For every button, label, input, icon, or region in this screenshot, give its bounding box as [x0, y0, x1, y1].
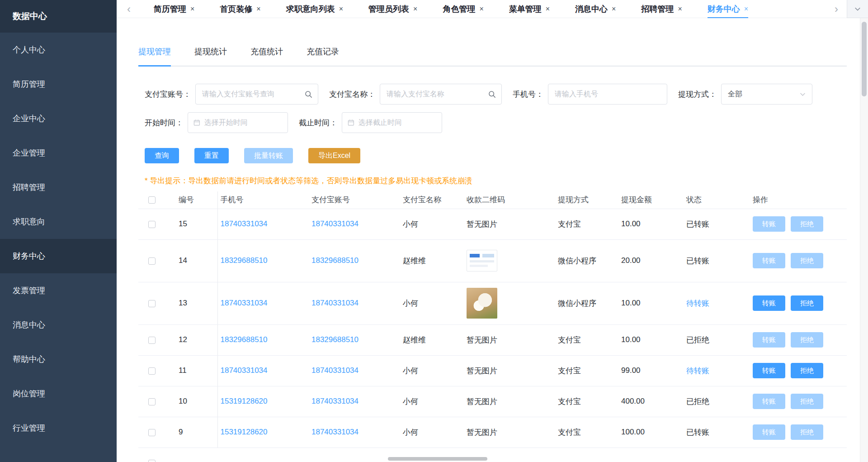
sub-tab[interactable]: 充值统计	[250, 46, 283, 66]
search-icon[interactable]	[305, 90, 312, 98]
phone-link[interactable]: 18740331034	[221, 366, 268, 375]
tab[interactable]: 求职意向列表×	[286, 0, 343, 18]
tab-close-icon[interactable]: ×	[612, 5, 616, 13]
sidebar-item[interactable]: 财务中心	[0, 239, 117, 273]
sub-tab[interactable]: 提现管理	[138, 46, 171, 67]
phone-link[interactable]: 18740331034	[221, 219, 268, 228]
open-tabs: 简历管理×首页装修×求职意向列表×管理员列表×角色管理×菜单管理×消息中心×招聘…	[154, 0, 830, 18]
start-time-input[interactable]	[200, 113, 288, 133]
alipay-account-link[interactable]: 18740331034	[311, 397, 359, 405]
export-excel-button[interactable]: 导出Excel	[308, 148, 360, 163]
table-header-row: 编号手机号支付宝账号支付宝名称收款二维码提现方式提现金额状态操作	[138, 191, 847, 209]
alipay-account-input[interactable]	[196, 84, 318, 104]
reject-button[interactable]: 拒绝	[791, 295, 823, 311]
transfer-button[interactable]: 转账	[753, 363, 785, 378]
row-checkbox[interactable]	[148, 300, 156, 307]
row-checkbox[interactable]	[148, 460, 156, 462]
row-checkbox[interactable]	[148, 257, 156, 265]
vertical-scrollbar[interactable]	[860, 18, 868, 462]
phone-link[interactable]: 18329688510	[221, 335, 268, 344]
qr-image[interactable]	[467, 288, 497, 319]
alipay-account-link[interactable]: 18740331034	[311, 219, 359, 228]
tab-close-icon[interactable]: ×	[479, 5, 483, 13]
column-header: 支付宝账号	[309, 191, 400, 209]
transfer-button[interactable]: 转账	[753, 253, 785, 268]
row-checkbox[interactable]	[148, 398, 156, 405]
row-checkbox[interactable]	[148, 367, 156, 375]
cell-status: 已转账	[684, 239, 750, 282]
batch-transfer-button[interactable]: 批量转账	[244, 148, 293, 163]
tab[interactable]: 简历管理×	[154, 0, 194, 18]
alipay-name-input[interactable]	[380, 84, 501, 104]
tabs-scroll-left-icon[interactable]: ‹	[123, 0, 135, 18]
sidebar-item[interactable]: 企业中心	[0, 101, 117, 136]
cell-id: 11	[176, 355, 217, 386]
tab[interactable]: 首页装修×	[220, 0, 260, 18]
method-select[interactable]: 全部	[721, 84, 812, 105]
cell-phone: 18740331034	[217, 355, 309, 386]
tab[interactable]: 菜单管理×	[509, 0, 550, 18]
tab-close-icon[interactable]: ×	[339, 5, 343, 13]
tab[interactable]: 招聘管理×	[641, 0, 682, 18]
phone-link[interactable]: 15319128620	[221, 397, 268, 405]
search-icon[interactable]	[488, 90, 496, 98]
row-checkbox[interactable]	[148, 429, 156, 436]
cell-alipay-account: 18329688510	[309, 324, 400, 355]
chevron-down-icon	[800, 91, 806, 97]
sidebar-item[interactable]: 求职意向	[0, 205, 117, 239]
alipay-account-link[interactable]: 18740331034	[311, 428, 359, 436]
alipay-account-link[interactable]: 18329688510	[311, 335, 359, 344]
phone-link[interactable]: 15319128620	[221, 428, 268, 436]
sidebar-item[interactable]: 个人中心	[0, 33, 117, 67]
tab-close-icon[interactable]: ×	[413, 5, 417, 13]
sub-tab[interactable]: 提现统计	[194, 46, 227, 66]
sidebar-item[interactable]: 岗位管理	[0, 376, 117, 411]
transfer-button[interactable]: 转账	[753, 295, 785, 311]
tabs-scroll-right-icon[interactable]: ›	[830, 0, 842, 18]
sidebar-item[interactable]: 简历管理	[0, 67, 117, 101]
alipay-account-link[interactable]: 18740331034	[311, 366, 359, 375]
tab-close-icon[interactable]: ×	[744, 5, 748, 13]
tab-close-icon[interactable]: ×	[678, 5, 682, 13]
end-time-input[interactable]	[354, 113, 442, 133]
sidebar-item[interactable]: 消息中心	[0, 308, 117, 342]
transfer-button[interactable]: 转账	[753, 216, 785, 232]
reject-button[interactable]: 拒绝	[791, 363, 823, 378]
tab-close-icon[interactable]: ×	[190, 5, 194, 13]
reject-button[interactable]: 拒绝	[791, 424, 823, 440]
vertical-scrollbar-thumb[interactable]	[862, 22, 867, 96]
qr-image[interactable]	[467, 250, 497, 271]
query-button[interactable]: 查询	[145, 148, 179, 163]
phone-link[interactable]: 18329688510	[221, 256, 268, 265]
reset-button[interactable]: 重置	[194, 148, 229, 163]
cell-alipay-name: 小何	[400, 417, 464, 448]
tab[interactable]: 财务中心×	[708, 0, 748, 18]
sidebar-item[interactable]: 企业管理	[0, 136, 117, 170]
alipay-account-link[interactable]: 18740331034	[311, 299, 359, 307]
reject-button[interactable]: 拒绝	[791, 216, 823, 232]
tab-close-icon[interactable]: ×	[546, 5, 550, 13]
reject-button[interactable]: 拒绝	[791, 332, 823, 348]
phone-link[interactable]: 18740331034	[221, 299, 268, 307]
tab[interactable]: 角色管理×	[443, 0, 483, 18]
row-checkbox[interactable]	[148, 221, 156, 228]
sidebar-item[interactable]: 帮助中心	[0, 342, 117, 376]
tab-list-dropdown-button[interactable]	[847, 0, 868, 18]
transfer-button[interactable]: 转账	[753, 394, 785, 409]
alipay-account-link[interactable]: 18329688510	[311, 256, 359, 265]
sidebar-item[interactable]: 行业管理	[0, 411, 117, 445]
sidebar-item[interactable]: 发票管理	[0, 273, 117, 308]
tab-close-icon[interactable]: ×	[256, 5, 260, 13]
tab[interactable]: 消息中心×	[575, 0, 616, 18]
transfer-button[interactable]: 转账	[753, 424, 785, 440]
phone-input[interactable]	[548, 84, 667, 104]
sidebar-item[interactable]: 招聘管理	[0, 170, 117, 205]
reject-button[interactable]: 拒绝	[791, 394, 823, 409]
tab[interactable]: 管理员列表×	[368, 0, 417, 18]
reject-button[interactable]: 拒绝	[791, 253, 823, 268]
row-checkbox[interactable]	[148, 337, 156, 344]
transfer-button[interactable]: 转账	[753, 332, 785, 348]
sub-tab[interactable]: 充值记录	[307, 46, 339, 66]
select-all-checkbox[interactable]	[148, 196, 156, 204]
horizontal-scrollbar-thumb[interactable]	[388, 457, 487, 461]
